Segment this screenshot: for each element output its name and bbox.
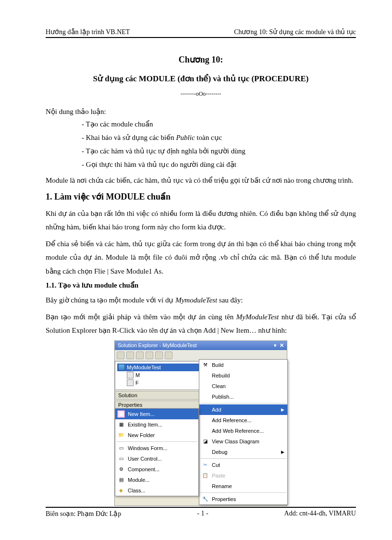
menu-cut[interactable]: ✂Cut xyxy=(199,460,287,470)
toolbar-icon[interactable] xyxy=(126,352,134,359)
menu-view-class-diagram[interactable]: ◪View Class Diagram xyxy=(199,436,287,447)
menu-new-item[interactable]: ▦New Item... xyxy=(115,409,198,419)
footer-right: Add: cnt-44-dh, VIMARU xyxy=(284,510,356,518)
context-menu-project: ⚒Build Rebuild Clean Publish... Add▶ Add… xyxy=(199,359,288,505)
menu-user-control[interactable]: ▭User Control... xyxy=(115,453,198,464)
menu-new-folder[interactable]: 📁New Folder xyxy=(115,430,198,440)
cut-icon: ✂ xyxy=(201,461,209,469)
paragraph: Bạn tạo mới một giải pháp và thêm vào mộ… xyxy=(46,310,356,338)
toolbar-icon[interactable] xyxy=(117,352,124,359)
toolbar-icon[interactable] xyxy=(165,352,172,359)
toolbar-icon[interactable] xyxy=(146,352,153,359)
list-item: - Tạo các module chuẩn xyxy=(82,120,356,128)
header-right: Chương 10: Sử dụng các module và thủ tục xyxy=(234,28,356,36)
user-control-icon: ▭ xyxy=(117,455,125,463)
menu-windows-form[interactable]: ▭Windows Form... xyxy=(115,443,198,453)
menu-add[interactable]: Add▶ xyxy=(199,404,287,415)
topic-list: - Tạo các module chuẩn - Khai báo và sử … xyxy=(82,120,356,169)
paste-icon: 📋 xyxy=(201,472,209,479)
toolbar-icon[interactable] xyxy=(155,352,163,359)
window-title: Solution Explorer - MyModuleTest xyxy=(118,342,196,348)
menu-build[interactable]: ⚒Build xyxy=(199,360,287,370)
page-header: Hướng dẫn lập trình VB.NET Chương 10: Sử… xyxy=(46,28,356,38)
vb-project-icon xyxy=(118,364,125,371)
paragraph: Bây giờ chúng ta tạo một module với ví d… xyxy=(46,293,356,307)
menu-paste: 📋Paste xyxy=(199,470,287,481)
section-heading-1: 1. Làm việc với MODULE chuẩn xyxy=(46,191,356,202)
menu-rename[interactable]: Rename xyxy=(199,481,287,491)
list-item: - Gọi thực thi hàm và thủ tục do người d… xyxy=(82,160,356,169)
list-item: - Khai báo và sử dụng các biến Public to… xyxy=(82,133,356,142)
menu-add-reference[interactable]: Add Reference... xyxy=(199,415,287,426)
menu-publish[interactable]: Publish... xyxy=(199,391,287,402)
existing-item-icon: ▦ xyxy=(117,421,125,428)
folder-icon: 📁 xyxy=(117,431,125,439)
divider-ooo: --------oOo-------- xyxy=(46,90,356,98)
menu-class[interactable]: ◆Class... xyxy=(115,485,198,496)
form-icon: ▭ xyxy=(117,444,125,452)
chapter-number: Chương 10: xyxy=(46,54,356,65)
component-icon: ⚙ xyxy=(117,465,125,473)
list-item: - Tạo các hàm và thủ tục tự định nghĩa b… xyxy=(82,147,356,155)
item-icon xyxy=(127,372,134,378)
submenu-add: ▦New Item... ▦Existing Item... 📁New Fold… xyxy=(115,408,199,496)
footer-left: Biên soạn: Phạm Đức Lập xyxy=(46,510,121,518)
properties-icon: 🔧 xyxy=(201,495,209,503)
menu-module[interactable]: ▤Module... xyxy=(115,475,198,485)
submenu-arrow-icon: ▶ xyxy=(281,407,284,412)
paragraph: Khi dự án của bạn rất lớn thì việc có nh… xyxy=(46,207,356,234)
paragraph: Để chia sẻ biến và các hàm, thủ tục giữa… xyxy=(46,237,356,278)
pin-icon[interactable]: ▾ xyxy=(274,342,277,348)
module-icon: ▤ xyxy=(117,476,125,484)
intro-label: Nội dung thảo luận: xyxy=(46,107,356,116)
section-heading-1-1: 1.1. Tạo và lưu module chuẩn xyxy=(46,281,356,289)
close-icon[interactable]: ✕ xyxy=(280,342,284,348)
paragraph: Module là nơi chứa các biến, các hàm, th… xyxy=(46,174,356,188)
chapter-subtitle: Sử dụng các MODULE (đơn thể) và thủ tục … xyxy=(46,74,356,84)
class-icon: ◆ xyxy=(117,487,125,494)
item-icon xyxy=(127,379,134,386)
build-icon: ⚒ xyxy=(201,361,209,369)
footer-page-number: - 1 - xyxy=(197,510,208,518)
menu-rebuild[interactable]: Rebuild xyxy=(199,370,287,381)
new-item-icon: ▦ xyxy=(117,410,125,418)
header-left: Hướng dẫn lập trình VB.NET xyxy=(46,28,130,36)
menu-clean[interactable]: Clean xyxy=(199,381,287,391)
toolbar-icon[interactable] xyxy=(136,352,144,359)
menu-debug[interactable]: Debug▶ xyxy=(199,447,287,457)
figure-solution-explorer: Solution Explorer - MyModuleTest ▾ ✕ MyM… xyxy=(46,340,356,506)
menu-properties[interactable]: 🔧Properties xyxy=(199,494,287,504)
page-footer: Biên soạn: Phạm Đức Lập - 1 - Add: cnt-4… xyxy=(46,507,356,518)
menu-add-web-reference[interactable]: Add Web Reference... xyxy=(199,426,287,436)
submenu-arrow-icon: ▶ xyxy=(281,450,284,454)
menu-component[interactable]: ⚙Component... xyxy=(115,464,198,475)
window-titlebar: Solution Explorer - MyModuleTest ▾ ✕ xyxy=(115,341,287,350)
diagram-icon: ◪ xyxy=(201,438,209,445)
menu-existing-item[interactable]: ▦Existing Item... xyxy=(115,419,198,430)
